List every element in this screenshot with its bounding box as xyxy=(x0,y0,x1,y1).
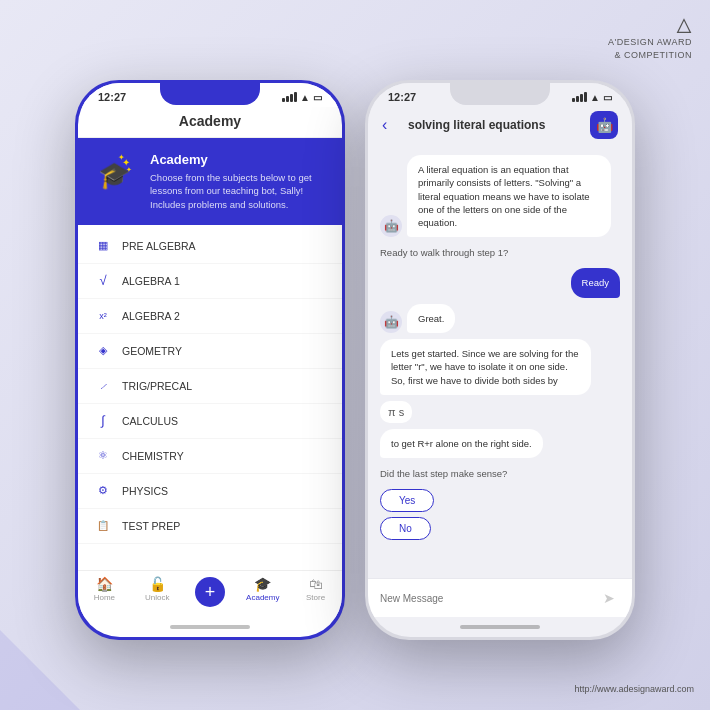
banner-description: Choose from the subjects below to get le… xyxy=(150,171,326,211)
choice-yes-button[interactable]: Yes xyxy=(380,489,434,512)
battery-icon: ▭ xyxy=(313,92,322,103)
user-bubble-ready: Ready xyxy=(571,268,620,297)
nav-academy-label: Academy xyxy=(246,593,279,602)
back-button[interactable]: ‹ xyxy=(382,116,387,134)
pre-algebra-icon: ▦ xyxy=(94,237,112,255)
prompt-1: Ready to walk through step 1? xyxy=(380,243,508,262)
banner-icon: 🎓 ✦ ✦ ✦ xyxy=(94,152,138,196)
send-icon: ➤ xyxy=(603,590,615,606)
bot-bubble-great: Great. xyxy=(407,304,455,333)
trig-icon: ⟋ xyxy=(94,377,112,395)
chat-title: solving literal equations xyxy=(395,118,558,132)
signal-icon xyxy=(282,92,297,102)
academy-banner: 🎓 ✦ ✦ ✦ Academy Choose from the subjects… xyxy=(78,138,342,225)
nav-unlock-label: Unlock xyxy=(145,593,169,602)
subject-item-calculus[interactable]: ∫ CALCULUS xyxy=(78,404,342,439)
left-status-icons: ▲ ▭ xyxy=(282,92,322,103)
nav-store-label: Store xyxy=(306,593,325,602)
unlock-icon: 🔓 xyxy=(149,577,166,591)
subject-item-algebra1[interactable]: √ ALGEBRA 1 xyxy=(78,264,342,299)
chat-avatar-button[interactable]: 🤖 xyxy=(590,111,618,139)
subject-item-chemistry[interactable]: ⚛ CHEMISTRY xyxy=(78,439,342,474)
pi-symbol-bubble: π s xyxy=(380,401,412,423)
bot-bubble-3: to get R+r alone on the right side. xyxy=(380,429,543,458)
right-signal-icon xyxy=(572,92,587,102)
watermark-subtitle: & COMPETITION xyxy=(608,49,692,62)
banner-title: Academy xyxy=(150,152,326,167)
algebra1-label: ALGEBRA 1 xyxy=(122,275,180,287)
left-home-bar xyxy=(78,617,342,637)
choice-no-button[interactable]: No xyxy=(380,517,431,540)
pre-algebra-label: PRE ALGEBRA xyxy=(122,240,196,252)
store-icon: 🛍 xyxy=(309,577,323,591)
chat-messages: 🤖 A literal equation is an equation that… xyxy=(368,147,632,578)
nav-item-unlock[interactable]: 🔓 Unlock xyxy=(137,577,177,607)
algebra2-label: ALGEBRA 2 xyxy=(122,310,180,322)
left-header: Academy xyxy=(78,107,342,138)
right-home-bar xyxy=(368,617,632,637)
right-notch xyxy=(450,83,550,105)
svg-text:✦: ✦ xyxy=(126,166,132,173)
phones-wrapper: 12:27 ▲ ▭ Academy xyxy=(0,0,710,710)
svg-marker-0 xyxy=(678,20,691,33)
nav-home-label: Home xyxy=(94,593,115,602)
left-notch xyxy=(160,83,260,105)
algebra1-icon: √ xyxy=(94,272,112,290)
left-phone: 12:27 ▲ ▭ Academy xyxy=(75,80,345,640)
subject-item-geometry[interactable]: ◈ GEOMETRY xyxy=(78,334,342,369)
nav-item-store[interactable]: 🛍 Store xyxy=(296,577,336,607)
bot-bubble-2: Lets get started. Since we are solving f… xyxy=(380,339,591,395)
right-phone: 12:27 ▲ ▭ ‹ solving xyxy=(365,80,635,640)
chemistry-label: CHEMISTRY xyxy=(122,450,184,462)
bot-avatar-2: 🤖 xyxy=(380,311,402,333)
banner-text: Academy Choose from the subjects below t… xyxy=(150,152,326,211)
chat-input[interactable] xyxy=(380,593,590,604)
bot-avatar-1: 🤖 xyxy=(380,215,402,237)
wifi-icon: ▲ xyxy=(300,92,310,103)
physics-icon: ⚙ xyxy=(94,482,112,500)
calculus-icon: ∫ xyxy=(94,412,112,430)
algebra2-icon: x² xyxy=(94,307,112,325)
message-1: 🤖 A literal equation is an equation that… xyxy=(380,155,620,237)
home-bar-indicator xyxy=(170,625,250,629)
test-prep-icon: 📋 xyxy=(94,517,112,535)
right-screen: 12:27 ▲ ▭ ‹ solving xyxy=(368,83,632,637)
bot-icon: 🤖 xyxy=(596,117,613,133)
right-wifi-icon: ▲ xyxy=(590,92,600,103)
right-home-bar-indicator xyxy=(460,625,540,629)
nav-item-academy[interactable]: 🎓 Academy xyxy=(243,577,283,607)
bottom-url: http://www.adesignaward.com xyxy=(574,684,694,694)
nav-item-home[interactable]: 🏠 Home xyxy=(84,577,124,607)
svg-text:✦: ✦ xyxy=(118,153,125,162)
right-time: 12:27 xyxy=(388,91,416,103)
academy-icon: 🎓 xyxy=(254,577,271,591)
left-phone-inner: 12:27 ▲ ▭ Academy xyxy=(78,83,342,637)
geometry-icon: ◈ xyxy=(94,342,112,360)
test-prep-label: TEST PREP xyxy=(122,520,180,532)
geometry-label: GEOMETRY xyxy=(122,345,182,357)
subject-item-algebra2[interactable]: x² ALGEBRA 2 xyxy=(78,299,342,334)
chat-input-area: ➤ xyxy=(368,578,632,617)
subject-item-pre-algebra[interactable]: ▦ PRE ALGEBRA xyxy=(78,229,342,264)
add-circle: + xyxy=(195,577,225,607)
right-status-icons: ▲ ▭ xyxy=(572,92,612,103)
subject-item-trig[interactable]: ⟋ TRIG/PRECAL xyxy=(78,369,342,404)
nav-item-add[interactable]: + xyxy=(190,577,230,607)
right-battery-icon: ▭ xyxy=(603,92,612,103)
subject-item-physics[interactable]: ⚙ PHYSICS xyxy=(78,474,342,509)
calculus-label: CALCULUS xyxy=(122,415,178,427)
svg-marker-1 xyxy=(0,620,90,710)
choices-row: Yes No xyxy=(380,489,434,540)
send-button[interactable]: ➤ xyxy=(598,587,620,609)
add-icon: + xyxy=(205,583,216,601)
prompt-2: Did the last step make sense? xyxy=(380,464,507,483)
physics-label: PHYSICS xyxy=(122,485,168,497)
left-screen: 12:27 ▲ ▭ Academy xyxy=(78,83,342,637)
left-header-title: Academy xyxy=(179,113,241,129)
message-great: 🤖 Great. xyxy=(380,304,620,333)
watermark: A'DESIGN AWARD & COMPETITION xyxy=(608,18,692,61)
chemistry-icon: ⚛ xyxy=(94,447,112,465)
chat-header: ‹ solving literal equations 🤖 xyxy=(368,107,632,147)
subject-item-test-prep[interactable]: 📋 TEST PREP xyxy=(78,509,342,544)
subject-list: ▦ PRE ALGEBRA √ ALGEBRA 1 x² ALGEBRA 2 ◈… xyxy=(78,225,342,570)
